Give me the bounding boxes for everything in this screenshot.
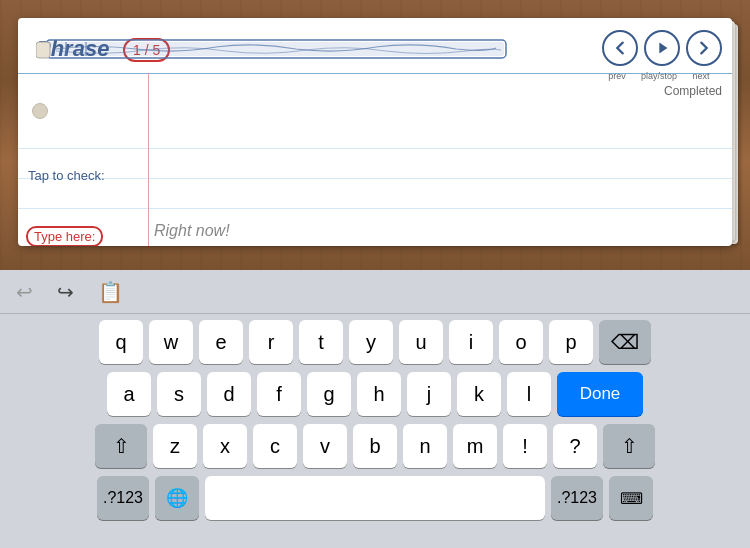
key-h[interactable]: h: [357, 372, 401, 416]
svg-marker-5: [659, 43, 667, 54]
keyboard-toolbar: ↩ ↪ 📋: [0, 270, 750, 314]
hole-punch: [32, 103, 48, 119]
key-row-1: q w e r t y u i o p ⌫: [4, 320, 746, 364]
card-line-2: [18, 178, 732, 179]
completed-label: Completed: [664, 84, 722, 98]
nav-play-button[interactable]: [644, 30, 680, 66]
paste-button[interactable]: 📋: [94, 276, 127, 308]
key-z[interactable]: z: [153, 424, 197, 468]
nav-buttons: [602, 30, 722, 66]
svg-rect-3: [48, 42, 504, 56]
key-d[interactable]: d: [207, 372, 251, 416]
type-here-label[interactable]: Type here:: [26, 226, 103, 246]
key-g[interactable]: g: [307, 372, 351, 416]
nav-label-play: play/stop: [638, 71, 680, 81]
card-area: Phrase 1 / 5: [18, 18, 732, 258]
type-here-placeholder[interactable]: Right now!: [154, 222, 230, 240]
keyboard-dismiss-key[interactable]: ⌨: [609, 476, 653, 520]
key-q[interactable]: q: [99, 320, 143, 364]
key-t[interactable]: t: [299, 320, 343, 364]
key-c[interactable]: c: [253, 424, 297, 468]
key-v[interactable]: v: [303, 424, 347, 468]
key-b[interactable]: b: [353, 424, 397, 468]
key-k[interactable]: k: [457, 372, 501, 416]
key-s[interactable]: s: [157, 372, 201, 416]
space-key[interactable]: [205, 476, 545, 520]
key-w[interactable]: w: [149, 320, 193, 364]
nav-next-button[interactable]: [686, 30, 722, 66]
nav-label-next: next: [680, 71, 722, 81]
card-margin-line: [148, 73, 149, 246]
key-j[interactable]: j: [407, 372, 451, 416]
key-x[interactable]: x: [203, 424, 247, 468]
key-o[interactable]: o: [499, 320, 543, 364]
redo-button[interactable]: ↪: [53, 276, 78, 308]
key-y[interactable]: y: [349, 320, 393, 364]
index-card: Phrase 1 / 5: [18, 18, 732, 246]
key-exclamation[interactable]: !: [503, 424, 547, 468]
key-row-4: .?123 🌐 .?123 ⌨: [4, 476, 746, 520]
numbers-right-key[interactable]: .?123: [551, 476, 603, 520]
nav-prev-button[interactable]: [602, 30, 638, 66]
tap-to-check-label[interactable]: Tap to check:: [28, 168, 105, 183]
key-row-3: ⇧ z x c v b n m ! ? ⇧: [4, 424, 746, 468]
key-p[interactable]: p: [549, 320, 593, 364]
key-a[interactable]: a: [107, 372, 151, 416]
shift-left-key[interactable]: ⇧: [95, 424, 147, 468]
done-button[interactable]: Done: [557, 372, 643, 416]
undo-button[interactable]: ↩: [12, 276, 37, 308]
key-row-2: a s d f g h j k l Done: [4, 372, 746, 416]
delete-key[interactable]: ⌫: [599, 320, 651, 364]
nav-labels: prev play/stop next: [596, 71, 722, 81]
globe-key[interactable]: 🌐: [155, 476, 199, 520]
key-question[interactable]: ?: [553, 424, 597, 468]
card-line-3: [18, 208, 732, 209]
svg-rect-4: [36, 42, 50, 58]
key-u[interactable]: u: [399, 320, 443, 364]
key-n[interactable]: n: [403, 424, 447, 468]
keyboard-rows: q w e r t y u i o p ⌫ a s d f g h j k l …: [0, 314, 750, 530]
nav-label-prev: prev: [596, 71, 638, 81]
card-line-1: [18, 148, 732, 149]
keyboard-area: ↩ ↪ 📋 q w e r t y u i o p ⌫ a s d f g h …: [0, 270, 750, 548]
key-e[interactable]: e: [199, 320, 243, 364]
key-m[interactable]: m: [453, 424, 497, 468]
key-f[interactable]: f: [257, 372, 301, 416]
pencil-drawing: [36, 34, 526, 66]
key-i[interactable]: i: [449, 320, 493, 364]
shift-right-key[interactable]: ⇧: [603, 424, 655, 468]
key-r[interactable]: r: [249, 320, 293, 364]
key-l[interactable]: l: [507, 372, 551, 416]
numbers-left-key[interactable]: .?123: [97, 476, 149, 520]
